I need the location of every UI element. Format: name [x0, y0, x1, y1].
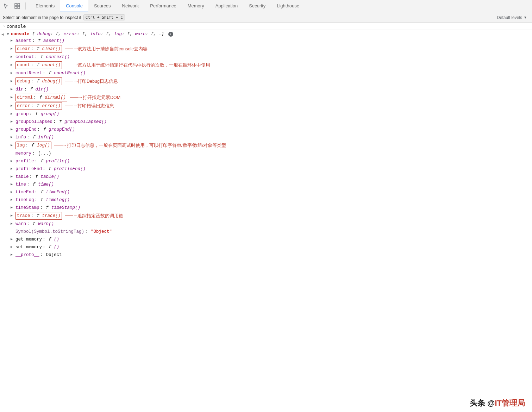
- prop-symbol: ▶ Symbol(Symbol.toStringTag): "Object": [0, 228, 532, 236]
- root-expand-arrow[interactable]: ▼: [6, 32, 10, 36]
- svg-rect-0: [15, 4, 17, 6]
- expand-arrow-context[interactable]: ▶: [11, 54, 15, 60]
- tab-memory[interactable]: Memory: [182, 0, 210, 12]
- prop-context: ▶ context: f context(): [0, 53, 532, 61]
- debug-annotation-arrow: [65, 78, 77, 85]
- prop-table: ▶ table: f table(): [0, 173, 532, 181]
- prop-timeStamp: ▶ timeStamp: f timeStamp(): [0, 204, 532, 212]
- prop-debug: ▶ debug: f debug() 打印Debug日志信息: [0, 77, 532, 86]
- console-prompt-line: › console: [0, 23, 532, 30]
- tab-elements[interactable]: Elements: [30, 0, 60, 12]
- clear-annotation-arrow: [65, 45, 77, 52]
- watermark: 头条 @IT管理局: [470, 398, 525, 408]
- info-icon[interactable]: i: [168, 32, 173, 37]
- prop-profileEnd: ▶ profileEnd: f profileEnd(): [0, 165, 532, 173]
- expand-arrow-count[interactable]: ▶: [11, 62, 15, 68]
- expand-arrow-get-memory[interactable]: ▶: [11, 237, 15, 242]
- clear-annotation-text: 该方法用于清除当前console去内容: [77, 45, 148, 52]
- devtools-icons: [1, 1, 27, 11]
- expand-arrow-error[interactable]: ▶: [11, 103, 15, 109]
- expand-arrow-timeEnd[interactable]: ▶: [11, 189, 15, 195]
- expand-arrow-trace[interactable]: ▶: [11, 213, 15, 219]
- expand-arrow-profileEnd[interactable]: ▶: [11, 166, 15, 172]
- prop-proto: ▶ __proto__: Object: [0, 251, 532, 259]
- prompt-text: console: [7, 24, 26, 29]
- expand-arrow-log[interactable]: ▶: [11, 143, 15, 148]
- expand-arrow-group[interactable]: ▶: [11, 111, 15, 117]
- object-key: console: [11, 32, 30, 37]
- prop-log: ▶ log: f log() 打印日志信息，一般在页面调试时使用，可以打印字符串…: [0, 141, 532, 150]
- console-content: › console ◀ ▼ console { debug: f, error:…: [0, 23, 532, 260]
- debug-box: debug: f debug(): [15, 77, 62, 85]
- console-tree: ◀ ▼ console { debug: f, error: f, info: …: [0, 30, 532, 260]
- expand-arrow-timeLog[interactable]: ▶: [11, 197, 15, 203]
- count-annotation-text: 该方法用于统计指定行在代码中执行的次数，一般在循环体中使用: [77, 62, 210, 69]
- object-brace-open: {: [32, 32, 35, 37]
- prop-profile: ▶ profile: f profile(): [0, 157, 532, 165]
- prop-countReset: ▶ countReset: f countReset(): [0, 69, 532, 77]
- trace-annotation-arrow: [65, 212, 77, 219]
- tab-sources[interactable]: Sources: [88, 0, 117, 12]
- expand-arrow-groupEnd[interactable]: ▶: [11, 127, 15, 132]
- tab-performance[interactable]: Performance: [144, 0, 182, 12]
- svg-rect-3: [18, 6, 20, 8]
- tab-application[interactable]: Application: [210, 0, 244, 12]
- prop-dirxml: ▶ dirxml: f dirxml() 打开指定元素DOM: [0, 93, 532, 102]
- svg-rect-2: [15, 6, 17, 8]
- prop-get-memory: ▶ get memory: f (): [0, 236, 532, 243]
- dirxml-annotation-arrow: [70, 94, 83, 101]
- prop-clear: ▶ clear: f clear() 该方法用于清除当前console去内容: [0, 45, 532, 53]
- inspect-icon[interactable]: [13, 1, 22, 11]
- expand-arrow-time[interactable]: ▶: [11, 182, 15, 187]
- default-levels-dropdown[interactable]: Default levels ▼: [495, 14, 529, 21]
- console-object-header: console { debug: f, error: f, info: f, l…: [11, 32, 173, 37]
- object-prop-error: error: [64, 32, 77, 37]
- tab-network[interactable]: Network: [117, 0, 145, 12]
- error-annotation-arrow: [65, 102, 77, 109]
- clear-box: clear: f clear(): [15, 45, 62, 53]
- prop-memory: ▶ memory: (...): [0, 150, 532, 157]
- expand-arrow-dirxml[interactable]: ▶: [11, 95, 15, 100]
- expand-arrow-profile[interactable]: ▶: [11, 158, 15, 164]
- dirxml-annotation-text: 打开指定元素DOM: [83, 94, 120, 101]
- expand-arrow-assert[interactable]: ▶: [11, 38, 15, 44]
- dirxml-box: dirxml: f dirxml(): [15, 94, 67, 101]
- expand-arrow-dir[interactable]: ▶: [11, 87, 15, 92]
- tab-console[interactable]: Console: [60, 0, 88, 12]
- expand-arrow-countReset[interactable]: ▶: [11, 70, 15, 76]
- prop-count: ▶ count: f count() 该方法用于统计指定行在代码中执行的次数，一…: [0, 61, 532, 69]
- back-arrow[interactable]: ◀: [1, 32, 4, 37]
- prop-set-memory: ▶ set memory: f (): [0, 243, 532, 251]
- shortcut-badge: Ctrl + Shift + C: [83, 14, 125, 20]
- count-box: count: f count(): [15, 61, 62, 69]
- expand-arrow-table[interactable]: ▶: [11, 174, 15, 180]
- prop-info: ▶ info: f info(): [0, 133, 532, 141]
- log-annotation-text: 打印日志信息，一般在页面调试时使用，可以打印字符串/数字/数组/对象等类型: [67, 142, 226, 149]
- expand-arrow-set-memory[interactable]: ▶: [11, 244, 15, 250]
- expand-arrow-groupCollapsed[interactable]: ▶: [11, 119, 15, 125]
- cursor-icon[interactable]: [1, 1, 11, 11]
- console-toolbar: Select an element in the page to inspect…: [0, 12, 532, 23]
- prop-trace: ▶ trace: f trace() 追踪指定函数的调用链: [0, 212, 532, 220]
- tab-lighthouse[interactable]: Lighthouse: [271, 0, 305, 12]
- error-annotation-text: 打印错误日志信息: [77, 102, 114, 110]
- expand-arrow-clear[interactable]: ▶: [11, 46, 15, 52]
- expand-arrow-proto[interactable]: ▶: [11, 252, 15, 258]
- prop-groupEnd: ▶ groupEnd: f groupEnd(): [0, 126, 532, 133]
- object-prop-warn: warn: [135, 32, 145, 37]
- expand-arrow-warn[interactable]: ▶: [11, 221, 15, 227]
- tab-security[interactable]: Security: [243, 0, 271, 12]
- expand-arrow-timeStamp[interactable]: ▶: [11, 205, 15, 211]
- expand-arrow-info[interactable]: ▶: [11, 135, 15, 140]
- debug-annotation-text: 打印Debug日志信息: [77, 78, 118, 85]
- prop-timeEnd: ▶ timeEnd: f timeEnd(): [0, 188, 532, 196]
- prop-timeLog: ▶ timeLog: f timeLog(): [0, 196, 532, 204]
- object-prop-log: log: [114, 32, 122, 37]
- object-prop-debug: debug: [37, 32, 51, 37]
- trace-box: trace: f trace(): [15, 212, 62, 220]
- watermark-prefix: 头条 @: [470, 399, 495, 407]
- expand-arrow-debug[interactable]: ▶: [11, 79, 15, 84]
- error-box: error: f error(): [15, 102, 62, 110]
- prop-groupCollapsed: ▶ groupCollapsed: f groupCollapsed(): [0, 118, 532, 126]
- count-annotation-arrow: [65, 62, 77, 68]
